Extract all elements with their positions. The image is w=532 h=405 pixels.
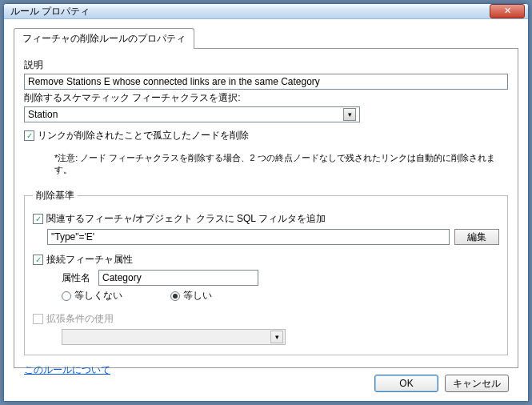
tab-feature-removal[interactable]: フィーチャの削除ルールのプロパティ	[14, 28, 194, 49]
criteria-group: 削除基準 ✓ 関連するフィーチャ/オブジェクト クラスに SQL フィルタを追加…	[24, 189, 508, 355]
remove-orphan-checkbox[interactable]: ✓	[24, 130, 34, 141]
close-button[interactable]: ✕	[490, 4, 525, 18]
extended-label: 拡張条件の使用	[46, 312, 114, 326]
description-label: 説明	[24, 58, 508, 72]
dropdown-icon: ▾	[270, 331, 283, 343]
tab-panel: 説明 削除するスケマティック フィーチャクラスを選択: Station ▾ ✓ …	[14, 48, 518, 368]
tab-label: フィーチャの削除ルールのプロパティ	[22, 33, 186, 44]
sql-filter-input[interactable]	[47, 229, 450, 245]
description-input[interactable]	[24, 74, 508, 90]
orphan-note: *注意: ノード フィーチャクラスを削除する場合、2 つの終点ノードなしで残され…	[54, 152, 508, 176]
feature-class-label: 削除するスケマティック フィーチャクラスを選択:	[24, 91, 508, 105]
connected-attr-label: 接続フィーチャ属性	[46, 253, 133, 267]
title-bar: ルール プロパティ ✕	[4, 4, 528, 19]
extended-checkbox[interactable]	[33, 314, 43, 324]
radio-not-equal-label: 等しくない	[74, 289, 122, 303]
remove-orphan-label: リンクが削除されたことで孤立したノードを削除	[38, 129, 249, 142]
radio-not-equal[interactable]: 等しくない	[62, 289, 122, 303]
dialog-window: ルール プロパティ ✕ フィーチャの削除ルールのプロパティ 説明 削除するスケマ…	[3, 3, 529, 402]
radio-equal-dot	[170, 291, 180, 301]
sql-filter-label: 関連するフィーチャ/オブジェクト クラスに SQL フィルタを追加	[46, 212, 326, 226]
tab-strip: フィーチャの削除ルールのプロパティ	[14, 27, 518, 48]
attr-name-input[interactable]	[98, 270, 258, 286]
feature-class-selected: Station	[28, 109, 58, 120]
radio-equal[interactable]: 等しい	[170, 289, 212, 303]
cancel-button[interactable]: キャンセル	[445, 375, 509, 392]
sql-filter-checkbox[interactable]: ✓	[33, 214, 43, 224]
connected-attr-checkbox[interactable]: ✓	[33, 255, 43, 265]
radio-equal-label: 等しい	[183, 289, 212, 303]
about-rule-link[interactable]: このルールについて	[24, 363, 110, 377]
radio-not-equal-dot	[62, 291, 71, 301]
attr-name-label: 属性名	[62, 271, 90, 285]
criteria-legend: 削除基準	[33, 189, 78, 202]
client-area: フィーチャの削除ルールのプロパティ 説明 削除するスケマティック フィーチャクラ…	[4, 19, 528, 402]
tab-container: フィーチャの削除ルールのプロパティ 説明 削除するスケマティック フィーチャクラ…	[14, 27, 518, 368]
window-title: ルール プロパティ	[10, 5, 490, 18]
sql-edit-button[interactable]: 編集	[454, 229, 499, 245]
ok-button[interactable]: OK	[374, 375, 438, 392]
dropdown-icon: ▾	[343, 108, 356, 121]
extended-select: ▾	[62, 329, 286, 345]
feature-class-select[interactable]: Station ▾	[24, 106, 360, 122]
